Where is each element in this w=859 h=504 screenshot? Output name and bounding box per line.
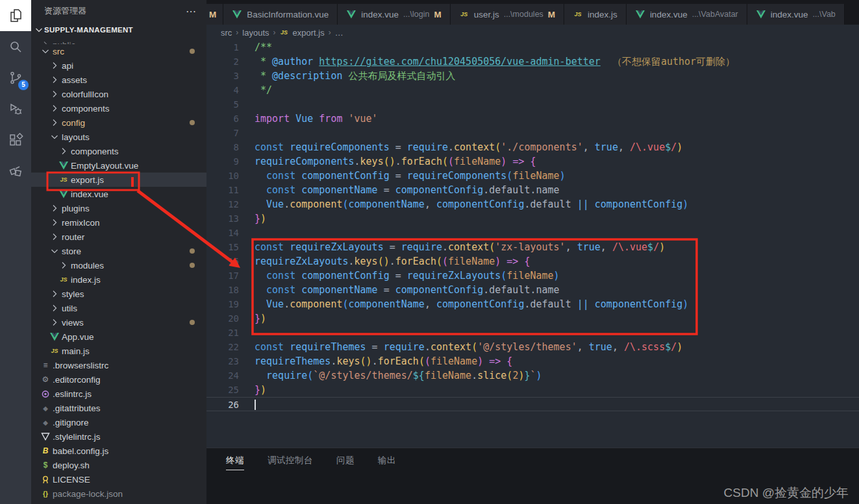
editor-group: MBasicInformation.vueindex.vue...\loginM…	[206, 0, 859, 504]
tree-item-components[interactable]: components	[31, 144, 206, 158]
editor-tab-M[interactable]: M	[206, 4, 223, 25]
tree-item-.browserslistrc[interactable]: ≡.browserslistrc	[31, 358, 206, 372]
panel-tab-item[interactable]: 调试控制台	[268, 455, 313, 470]
code-line-6[interactable]: 6import Vue from 'vue'	[206, 112, 859, 126]
tree-item-views[interactable]: views	[31, 315, 206, 330]
code-editor[interactable]: 1/**2 * @author https://gitee.com/chu120…	[206, 40, 859, 448]
code-line-24[interactable]: 24 require(`@/styles/themes/${fileName.s…	[206, 368, 859, 383]
breadcrumb-item[interactable]: …	[335, 28, 343, 38]
tree-item-deploy.sh[interactable]: $deploy.sh	[31, 458, 206, 472]
tree-item-remixIcon[interactable]: remixIcon	[31, 215, 206, 230]
panel-tab-terminal-active[interactable]: 终端	[226, 455, 244, 470]
tree-item-public[interactable]: public	[31, 38, 206, 44]
explorer-sidebar: 资源管理器 ⋯ SUPPLY-MANAGEMENT publicsrcapias…	[31, 0, 206, 504]
code-line-17[interactable]: 17 const componentConfig = requireZxLayo…	[206, 269, 859, 283]
code-line-10[interactable]: 10 const componentConfig = requireCompon…	[206, 169, 859, 183]
tree-item-.eslintrc.js[interactable]: .eslintrc.js	[31, 387, 206, 401]
tree-item-index.vue[interactable]: index.vue	[31, 187, 206, 201]
line-number: 5	[206, 97, 239, 112]
code-line-19[interactable]: 19 Vue.component(componentName, componen…	[206, 297, 859, 311]
workspace-name: SUPPLY-MANAGEMENT	[44, 26, 133, 34]
code-line-18[interactable]: 18 const componentName = componentConfig…	[206, 283, 859, 297]
code-line-13[interactable]: 13})	[206, 211, 859, 226]
breadcrumb-item[interactable]: export.js	[293, 28, 325, 38]
code-line-14[interactable]: 14	[206, 226, 859, 240]
tree-item-plugins[interactable]: plugins	[31, 201, 206, 215]
line-number: 3	[206, 69, 239, 83]
editor-tab-index.vue[interactable]: index.vue...\VabAvatar	[627, 4, 747, 25]
tree-item-.gitignore[interactable]: ◆.gitignore	[31, 415, 206, 429]
code-line-20[interactable]: 20})	[206, 311, 859, 326]
js-file-icon: JS	[573, 11, 583, 18]
line-number: 22	[206, 340, 239, 354]
code-line-26[interactable]: 26	[206, 397, 859, 411]
tree-item-package-lock.json[interactable]: {}package-lock.json	[31, 486, 206, 501]
browserslist-file-icon: ≡	[40, 361, 51, 370]
js-file-icon: JS	[49, 348, 60, 354]
code-line-4[interactable]: 4 */	[206, 83, 859, 97]
code-line-25[interactable]: 25})	[206, 383, 859, 397]
activity-bar: 5	[0, 0, 31, 504]
tree-item-.stylelintrc.js[interactable]: .stylelintrc.js	[31, 429, 206, 444]
panel-tab-item[interactable]: 问题	[336, 455, 355, 470]
line-number: 23	[206, 354, 239, 368]
code-line-8[interactable]: 8const requireComponents = require.conte…	[206, 140, 859, 154]
tree-item-modules[interactable]: modules	[31, 258, 206, 272]
editor-tab-user.js[interactable]: JSuser.js...\modulesM	[451, 4, 564, 25]
tree-item-EmptyLayout.vue[interactable]: EmptyLayout.vue	[31, 158, 206, 173]
run-debug-icon[interactable]	[0, 93, 31, 125]
extensions-icon[interactable]	[0, 125, 31, 156]
vue-file-icon	[49, 333, 60, 341]
code-line-7[interactable]: 7	[206, 126, 859, 140]
code-line-5[interactable]: 5	[206, 97, 859, 112]
editor-tab-BasicInformation.vue[interactable]: BasicInformation.vue	[223, 4, 338, 25]
tree-item-index.js[interactable]: JSindex.js	[31, 272, 206, 287]
tree-item-babel.config.js[interactable]: Bbabel.config.js	[31, 444, 206, 458]
tree-item-api[interactable]: api	[31, 58, 206, 73]
js-file-icon: JS	[459, 11, 469, 18]
code-line-16[interactable]: 16requireZxLayouts.keys().forEach((fileN…	[206, 254, 859, 269]
editor-tab-index.vue[interactable]: index.vue...\loginM	[338, 4, 450, 25]
code-line-9[interactable]: 9requireComponents.keys().forEach((fileN…	[206, 154, 859, 169]
panel-tab-item[interactable]: 输出	[378, 455, 396, 470]
editor-tab-index.js[interactable]: JSindex.js	[564, 4, 627, 25]
breadcrumb-item[interactable]: layouts	[242, 28, 269, 38]
tree-item-config[interactable]: config	[31, 115, 206, 130]
tree-item-.gitattributes[interactable]: ◆.gitattributes	[31, 401, 206, 415]
search-icon[interactable]	[0, 31, 31, 62]
code-line-21[interactable]: 21	[206, 326, 859, 340]
tree-item-utils[interactable]: utils	[31, 301, 206, 315]
tree-item-main.js[interactable]: JSmain.js	[31, 344, 206, 358]
more-actions-icon[interactable]: ⋯	[186, 5, 197, 18]
vscode-window: 5 资源管理器 ⋯ SUPPLY-MANAGEMENT publicsrcapi…	[0, 0, 859, 504]
breadcrumb-item[interactable]: src	[221, 28, 232, 38]
code-line-12[interactable]: 12 Vue.component(componentName, componen…	[206, 197, 859, 211]
tree-item-router[interactable]: router	[31, 230, 206, 244]
code-line-3[interactable]: 3 * @description 公共布局及样式自动引入	[206, 69, 859, 83]
tree-item-store[interactable]: store	[31, 244, 206, 258]
tree-item-assets[interactable]: assets	[31, 73, 206, 87]
code-line-23[interactable]: 23requireThemes.keys().forEach((fileName…	[206, 354, 859, 368]
tree-item-colorfullIcon[interactable]: colorfullIcon	[31, 87, 206, 101]
tree-item-App.vue[interactable]: App.vue	[31, 330, 206, 344]
tree-item-layouts[interactable]: layouts	[31, 130, 206, 144]
tree-item-export.js[interactable]: JSexport.js	[31, 173, 206, 187]
code-line-15[interactable]: 15const requireZxLayouts = require.conte…	[206, 240, 859, 254]
tree-item-components[interactable]: components	[31, 101, 206, 115]
workspace-section-header[interactable]: SUPPLY-MANAGEMENT	[31, 22, 206, 38]
code-line-1[interactable]: 1/**	[206, 40, 859, 54]
file-tree: publicsrcapiassetscolorfullIconcomponent…	[31, 38, 206, 501]
editor-tab-index.vue[interactable]: index.vue...\Vab	[747, 4, 845, 25]
tree-item-styles[interactable]: styles	[31, 287, 206, 301]
code-line-2[interactable]: 2 * @author https://gitee.com/chu1204505…	[206, 54, 859, 69]
source-control-icon[interactable]: 5	[0, 62, 31, 93]
code-line-22[interactable]: 22const requireThemes = require.context(…	[206, 340, 859, 354]
explorer-icon[interactable]	[0, 0, 31, 31]
tree-item-LICENSE[interactable]: LICENSE	[31, 472, 206, 486]
code-line-11[interactable]: 11 const componentName = componentConfig…	[206, 183, 859, 197]
panel-tab-bar: 终端调试控制台问题输出	[206, 448, 859, 470]
tree-item-.editorconfig[interactable]: ⚙.editorconfig	[31, 372, 206, 387]
test-explorer-icon[interactable]	[0, 156, 31, 187]
tree-item-src[interactable]: src	[31, 44, 206, 58]
sidebar-title-row: 资源管理器 ⋯	[31, 0, 206, 22]
